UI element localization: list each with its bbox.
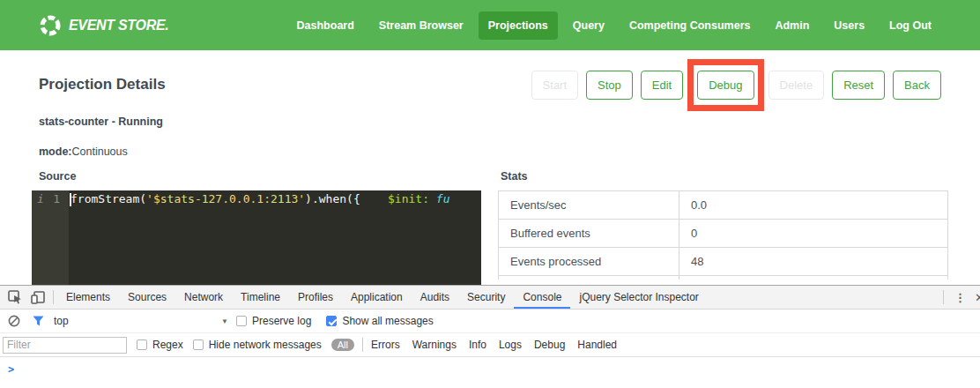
code-editor[interactable]: i 1 fromStream('$stats-127.0.0.1:2113').… xyxy=(32,190,481,285)
checkbox-icon xyxy=(137,340,147,350)
nav-item-users[interactable]: Users xyxy=(824,11,874,40)
stat-value xyxy=(679,276,948,280)
stat-value: 48 xyxy=(679,248,948,276)
filter-level-warnings[interactable]: Warnings xyxy=(412,339,457,351)
filter-all-pill[interactable]: All xyxy=(331,339,354,351)
stats-row-partial xyxy=(499,276,948,280)
code-token-plain: fromStream( xyxy=(71,192,146,205)
edit-button[interactable]: Edit xyxy=(641,71,683,100)
stop-button[interactable]: Stop xyxy=(586,71,633,100)
devtools-tabs: ElementsSourcesNetworkTimelineProfilesAp… xyxy=(57,286,708,309)
nav-menu: DashboardStream BrowserProjectionsQueryC… xyxy=(287,11,941,40)
console-output[interactable]: > xyxy=(0,357,980,376)
navbar: EVENT STORE. DashboardStream BrowserProj… xyxy=(0,0,980,50)
divider xyxy=(943,290,944,304)
filter-level-debug[interactable]: Debug xyxy=(534,339,565,351)
stats-table-wrap: Events/sec0.0Buffered events0Events proc… xyxy=(498,190,948,280)
devtools-close-icon[interactable]: ✕ xyxy=(973,291,980,304)
filter-level-logs[interactable]: Logs xyxy=(499,339,522,351)
devtools-tabbar: ElementsSourcesNetworkTimelineProfilesAp… xyxy=(0,286,980,310)
nav-item-stream-browser[interactable]: Stream Browser xyxy=(369,11,473,40)
devtools-tab-sources[interactable]: Sources xyxy=(119,286,175,309)
editor-gutter: i 1 xyxy=(32,190,69,285)
console-filter-bar: Regex Hide network messages All ErrorsWa… xyxy=(0,333,980,357)
code-token-plain: ).when({ xyxy=(305,192,360,205)
stats-panel: Stats Events/sec0.0Buffered events0Event… xyxy=(498,170,948,285)
filter-icon[interactable] xyxy=(30,310,46,332)
console-toolbar: top ▼ Preserve log Show all messages xyxy=(0,310,980,333)
checkbox-icon xyxy=(326,316,337,326)
stat-label: Buffered events xyxy=(499,220,679,248)
panels: Source i 1 fromStream('$stats-127.0.0.1:… xyxy=(0,170,980,285)
regex-label: Regex xyxy=(152,339,183,351)
stats-row-buffered-events: Buffered events0 xyxy=(499,220,948,248)
filter-level-errors[interactable]: Errors xyxy=(371,339,400,351)
hide-network-checkbox[interactable]: Hide network messages xyxy=(193,339,322,351)
devtools-tab-elements[interactable]: Elements xyxy=(57,286,119,309)
console-prompt: > xyxy=(8,363,14,376)
devtools-tab-console[interactable]: Console xyxy=(514,286,570,309)
delete-button: Delete xyxy=(768,71,825,100)
filter-input[interactable] xyxy=(3,337,127,354)
code-token-string: '$stats-127.0.0.1:2113' xyxy=(146,192,305,205)
preserve-log-label: Preserve log xyxy=(252,315,311,327)
stats-row-events-processed: Events processed48 xyxy=(499,248,948,276)
reset-button[interactable]: Reset xyxy=(832,71,885,100)
chevron-down-icon: ▼ xyxy=(221,317,228,325)
nav-item-log-out[interactable]: Log Out xyxy=(880,11,941,40)
nav-item-admin[interactable]: Admin xyxy=(765,11,819,40)
filter-level-info[interactable]: Info xyxy=(469,339,486,351)
brand[interactable]: EVENT STORE. xyxy=(39,14,168,37)
stats-table: Events/sec0.0Buffered events0Events proc… xyxy=(498,190,948,280)
projection-mode: mode:Continuous xyxy=(39,146,980,158)
devtools-tab-jquery-selector-inspector[interactable]: jQuery Selector Inspector xyxy=(570,286,707,309)
debug-highlight-frame: Debug xyxy=(687,59,763,111)
devtools-tab-audits[interactable]: Audits xyxy=(412,286,458,309)
divider xyxy=(53,290,54,304)
stats-row-events-sec: Events/sec0.0 xyxy=(499,191,948,220)
stat-value: 0 xyxy=(679,220,948,248)
devtools-tab-network[interactable]: Network xyxy=(175,286,232,309)
devtools-tab-profiles[interactable]: Profiles xyxy=(289,286,342,309)
stat-label: Events/sec xyxy=(499,191,679,220)
device-toolbar-icon[interactable] xyxy=(26,286,49,309)
nav-item-competing-consumers[interactable]: Competing Consumers xyxy=(620,11,761,40)
mode-label: mode: xyxy=(39,146,72,158)
show-all-messages-checkbox[interactable]: Show all messages xyxy=(326,315,433,327)
page-title: Projection Details xyxy=(39,76,166,93)
projection-status: stats-counter - Running xyxy=(39,116,980,128)
main-content: Projection Details StartStopEditDebugDel… xyxy=(0,50,980,285)
page-header: Projection Details StartStopEditDebugDel… xyxy=(0,50,980,101)
eventstore-logo-icon xyxy=(39,14,62,37)
stat-label xyxy=(499,276,679,280)
line-number: 1 xyxy=(53,190,60,207)
back-button[interactable]: Back xyxy=(893,71,941,100)
execution-context-select[interactable]: top ▼ xyxy=(54,315,228,327)
code-line[interactable]: fromStream('$stats-127.0.0.1:2113').when… xyxy=(69,190,481,285)
devtools-tab-security[interactable]: Security xyxy=(458,286,514,309)
regex-checkbox[interactable]: Regex xyxy=(137,339,183,351)
devtools-tab-timeline[interactable]: Timeline xyxy=(232,286,289,309)
annotation-icon: i xyxy=(37,190,44,207)
devtools-menu-icon[interactable]: ⋮ xyxy=(947,291,973,304)
devtools-tab-application[interactable]: Application xyxy=(342,286,412,309)
source-heading: Source xyxy=(39,170,481,183)
devtools-panel: ElementsSourcesNetworkTimelineProfilesAp… xyxy=(0,285,980,388)
nav-item-projections[interactable]: Projections xyxy=(479,11,558,40)
clear-console-icon[interactable] xyxy=(6,310,22,332)
divider xyxy=(362,338,363,352)
stat-label: Events processed xyxy=(499,248,679,276)
debug-button[interactable]: Debug xyxy=(697,71,754,100)
start-button: Start xyxy=(531,71,578,100)
checkbox-icon xyxy=(236,316,247,326)
inspect-element-icon[interactable] xyxy=(4,286,26,309)
code-token-keyword: fu xyxy=(429,192,449,205)
nav-item-dashboard[interactable]: Dashboard xyxy=(287,11,364,40)
nav-item-query[interactable]: Query xyxy=(563,11,614,40)
code-token-entity: $init: xyxy=(388,192,429,205)
stats-heading: Stats xyxy=(501,170,948,183)
checkbox-icon xyxy=(193,340,204,350)
filter-level-handled[interactable]: Handled xyxy=(577,339,617,351)
mode-value: Continuous xyxy=(72,146,128,158)
preserve-log-checkbox[interactable]: Preserve log xyxy=(236,315,311,327)
